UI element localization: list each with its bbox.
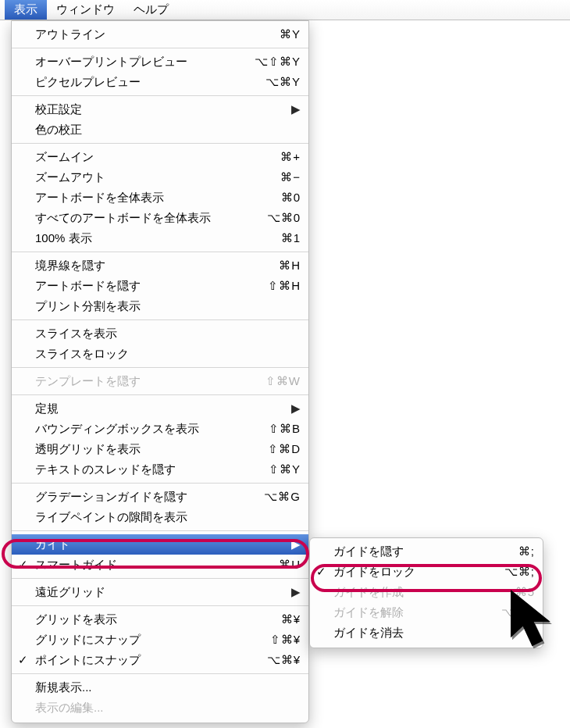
mi-label: ガイドをロック: [333, 565, 493, 580]
mi-show-print-tiling[interactable]: プリント分割を表示: [12, 296, 308, 316]
mi-label: 遠近グリッド: [35, 585, 285, 600]
mi-label: スライスを表示: [35, 327, 301, 341]
mi-label: ガイド: [35, 537, 285, 552]
mi-label: 新規表示...: [35, 680, 301, 695]
mi-perspective-grid[interactable]: 遠近グリッド▶: [12, 582, 308, 602]
mi-hide-edges[interactable]: 境界線を隠す⌘H: [12, 255, 308, 276]
mi-guides[interactable]: ガイド▶: [12, 534, 308, 555]
separator: [12, 670, 308, 677]
mi-snap-to-grid[interactable]: グリッドにスナップ⇧⌘¥: [12, 630, 308, 650]
mi-shortcut: ⇧⌘D: [268, 442, 301, 456]
mi-label: グラデーションガイドを隠す: [35, 490, 253, 505]
mi-rulers[interactable]: 定規▶: [12, 398, 308, 419]
mi-label: テキストのスレッドを隠す: [35, 462, 258, 477]
mi-hide-artboards[interactable]: アートボードを隠す⇧⌘H: [12, 276, 308, 296]
mi-fit-artboard[interactable]: アートボードを全体表示⌘0: [12, 187, 308, 208]
mi-label: グリッドにスナップ: [35, 633, 259, 648]
mi-shortcut: ⌥⌘0: [267, 211, 301, 225]
mi-shortcut: ⌥⌘G: [264, 490, 301, 504]
mi-outline[interactable]: アウトライン⌘Y: [12, 24, 308, 45]
separator: [12, 480, 308, 487]
mi-shortcut: ⌥⌘5: [501, 605, 535, 619]
mi-shortcut: ⇧⌘B: [269, 422, 301, 436]
mi-label: 透明グリッドを表示: [35, 442, 257, 457]
mi-label: ピクセルプレビュー: [35, 75, 255, 90]
mi-shortcut: ⌘5: [515, 585, 535, 599]
mi-clear-guides[interactable]: ガイドを消去: [310, 623, 543, 643]
mi-label: すべてのアートボードを全体表示: [35, 211, 256, 226]
mi-shortcut: ⌘1: [281, 231, 301, 245]
mi-label: オーバープリントプレビュー: [35, 55, 244, 70]
mi-show-transparency-grid[interactable]: 透明グリッドを表示⇧⌘D: [12, 439, 308, 459]
mi-label: 校正設定: [35, 102, 285, 117]
mi-label: テンプレートを隠す: [35, 374, 255, 389]
mi-shortcut: ⌥⇧⌘Y: [255, 55, 301, 69]
mi-label: スライスをロック: [35, 347, 301, 362]
separator: [12, 391, 308, 398]
mi-label: ガイドを消去: [333, 626, 535, 641]
mi-show-bounding-box[interactable]: バウンディングボックスを表示⇧⌘B: [12, 419, 308, 439]
separator: [12, 92, 308, 99]
mi-hide-guides[interactable]: ガイドを隠す⌘;: [310, 541, 543, 562]
mi-label: 境界線を隠す: [35, 259, 268, 273]
separator: [12, 527, 308, 534]
mi-label: スマートガイド: [35, 558, 268, 573]
mi-label: ズームイン: [35, 150, 269, 165]
menubar-help[interactable]: ヘルプ: [124, 0, 178, 20]
mi-proof-colors[interactable]: 色の校正: [12, 120, 308, 140]
menubar[interactable]: 表示 ウィンドウ ヘルプ: [0, 0, 570, 20]
mi-label: アートボードを全体表示: [35, 191, 270, 205]
mi-snap-to-point[interactable]: ✓ポイントにスナップ⌥⌘¥: [12, 650, 308, 670]
mi-shortcut: ⌘−: [280, 170, 301, 184]
mi-label: プリント分割を表示: [35, 299, 301, 314]
mi-new-view[interactable]: 新規表示...: [12, 677, 308, 698]
separator: [12, 248, 308, 255]
mi-shortcut: ⌘+: [280, 150, 301, 164]
check-icon: ✓: [316, 565, 326, 579]
mi-label: ズームアウト: [35, 170, 269, 185]
mi-release-guides: ガイドを解除⌥⌘5: [310, 602, 543, 623]
menubar-view[interactable]: 表示: [5, 0, 47, 20]
mi-shortcut: ⌥⌘Y: [265, 75, 301, 89]
separator: [12, 364, 308, 371]
mi-show-live-paint-gaps[interactable]: ライブペイントの隙間を表示: [12, 507, 308, 527]
mi-show-grid[interactable]: グリッドを表示⌘¥: [12, 609, 308, 630]
mi-pixel-preview[interactable]: ピクセルプレビュー⌥⌘Y: [12, 72, 308, 92]
mi-shortcut: ⇧⌘Y: [269, 462, 301, 476]
mi-hide-gradient-annotator[interactable]: グラデーションガイドを隠す⌥⌘G: [12, 487, 308, 507]
mi-shortcut: ⌘U: [279, 558, 301, 572]
mi-shortcut: ⇧⌘H: [268, 279, 301, 293]
submenu-arrow-icon: ▶: [291, 585, 301, 599]
mi-label: アートボードを隠す: [35, 279, 257, 294]
view-menu: アウトライン⌘Y オーバープリントプレビュー⌥⇧⌘Y ピクセルプレビュー⌥⌘Y …: [11, 20, 309, 723]
mi-shortcut: ⇧⌘¥: [270, 633, 301, 647]
mi-fit-all-artboards[interactable]: すべてのアートボードを全体表示⌥⌘0: [12, 208, 308, 228]
mi-lock-guides[interactable]: ✓ガイドをロック⌥⌘;: [310, 562, 543, 582]
mi-hide-text-threads[interactable]: テキストのスレッドを隠す⇧⌘Y: [12, 459, 308, 480]
separator: [12, 316, 308, 323]
mi-shortcut: ⌘H: [279, 259, 301, 273]
mi-shortcut: ⌥⌘¥: [267, 653, 301, 667]
mi-lock-slices[interactable]: スライスをロック: [12, 344, 308, 364]
mi-smart-guides[interactable]: ✓スマートガイド⌘U: [12, 555, 308, 575]
guides-submenu: ガイドを隠す⌘; ✓ガイドをロック⌥⌘; ガイドを作成⌘5 ガイドを解除⌥⌘5 …: [309, 537, 543, 648]
mi-label: 100% 表示: [35, 231, 270, 246]
mi-actual-size[interactable]: 100% 表示⌘1: [12, 228, 308, 248]
menubar-window[interactable]: ウィンドウ: [47, 0, 124, 20]
mi-label: 定規: [35, 401, 285, 416]
mi-shortcut: ⌘;: [518, 544, 535, 558]
separator: [12, 140, 308, 147]
check-icon: ✓: [18, 653, 28, 667]
mi-overprint-preview[interactable]: オーバープリントプレビュー⌥⇧⌘Y: [12, 52, 308, 72]
check-icon: ✓: [18, 558, 28, 572]
mi-label: ガイドを隠す: [333, 544, 508, 559]
mi-shortcut: ⌥⌘;: [504, 565, 535, 579]
mi-edit-views: 表示の編集...: [12, 698, 308, 718]
mi-proof-setup[interactable]: 校正設定▶: [12, 99, 308, 120]
mi-zoom-out[interactable]: ズームアウト⌘−: [12, 167, 308, 187]
mi-label: ライブペイントの隙間を表示: [35, 510, 301, 525]
mi-shortcut: ⌘Y: [280, 27, 301, 41]
mi-zoom-in[interactable]: ズームイン⌘+: [12, 147, 308, 167]
mi-shortcut: ⇧⌘W: [265, 374, 301, 388]
mi-show-slices[interactable]: スライスを表示: [12, 323, 308, 344]
